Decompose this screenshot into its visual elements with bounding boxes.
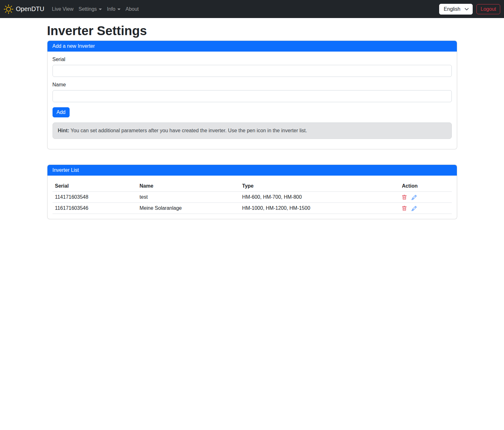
trash-icon: [402, 195, 407, 200]
hint-alert: Hint: You can set additional parameters …: [53, 122, 452, 139]
table-header-row: Serial Name Type Action: [53, 181, 452, 192]
cell-serial: 114171603548: [53, 192, 137, 203]
cell-action: [399, 192, 451, 203]
navbar: OpenDTU Live View Settings Info About En…: [0, 0, 504, 18]
pencil-icon: [412, 195, 417, 200]
cell-type: HM-1000, HM-1200, HM-1500: [240, 203, 399, 214]
table-row: 116171603546 Meine Solaranlage HM-1000, …: [53, 203, 452, 214]
nav-live-view[interactable]: Live View: [49, 4, 76, 15]
language-selected-label: English: [444, 6, 460, 12]
serial-label: Serial: [53, 57, 452, 62]
add-inverter-card-header: Add a new Inverter: [47, 41, 457, 52]
column-header-action: Action: [399, 181, 451, 192]
hint-text: You can set additional parameters after …: [71, 128, 307, 133]
cell-name: Meine Solaranlage: [137, 203, 240, 214]
name-input[interactable]: [53, 90, 452, 102]
column-header-type: Type: [240, 181, 399, 192]
nav-info[interactable]: Info: [104, 4, 123, 15]
cell-action: [399, 203, 451, 214]
nav-settings[interactable]: Settings: [76, 4, 104, 15]
cell-serial: 116171603546: [53, 203, 137, 214]
main-content: Inverter Settings Add a new Inverter Ser…: [43, 24, 461, 219]
inverter-list-card-header: Inverter List: [47, 165, 457, 176]
cell-name: test: [137, 192, 240, 203]
column-header-name: Name: [137, 181, 240, 192]
delete-inverter-button[interactable]: [402, 206, 407, 211]
cell-type: HM-600, HM-700, HM-800: [240, 192, 399, 203]
language-select[interactable]: English: [439, 4, 473, 15]
add-button[interactable]: Add: [53, 107, 70, 117]
serial-field-group: Serial: [53, 57, 452, 77]
column-header-serial: Serial: [53, 181, 137, 192]
inverter-table: Serial Name Type Action 114171603548 tes…: [53, 181, 452, 214]
add-inverter-card: Add a new Inverter Serial Name Add Hint:…: [47, 41, 457, 149]
pencil-icon: [412, 206, 417, 211]
nav-about[interactable]: About: [123, 4, 141, 15]
hint-label: Hint:: [58, 128, 69, 133]
chevron-down-icon: [99, 9, 102, 10]
name-field-group: Name: [53, 82, 452, 102]
sun-icon: [4, 4, 13, 14]
trash-icon: [402, 206, 407, 211]
inverter-list-card: Inverter List Serial Name Type Action 11…: [47, 165, 457, 219]
logout-button[interactable]: Logout: [476, 4, 500, 14]
brand-link[interactable]: OpenDTU: [4, 4, 44, 14]
page-title: Inverter Settings: [47, 24, 457, 38]
edit-inverter-button[interactable]: [412, 195, 417, 200]
table-row: 114171603548 test HM-600, HM-700, HM-800: [53, 192, 452, 203]
navbar-right: English Logout: [439, 4, 500, 15]
chevron-down-icon: [117, 9, 121, 10]
edit-inverter-button[interactable]: [412, 206, 417, 211]
nav-links: Live View Settings Info About: [49, 4, 439, 15]
name-label: Name: [53, 82, 452, 88]
inverter-list-card-body: Serial Name Type Action 114171603548 tes…: [47, 176, 457, 219]
delete-inverter-button[interactable]: [402, 195, 407, 200]
add-inverter-card-body: Serial Name Add Hint: You can set additi…: [47, 52, 457, 149]
serial-input[interactable]: [53, 65, 452, 77]
brand-label: OpenDTU: [16, 5, 44, 13]
chevron-down-icon: [464, 7, 469, 11]
